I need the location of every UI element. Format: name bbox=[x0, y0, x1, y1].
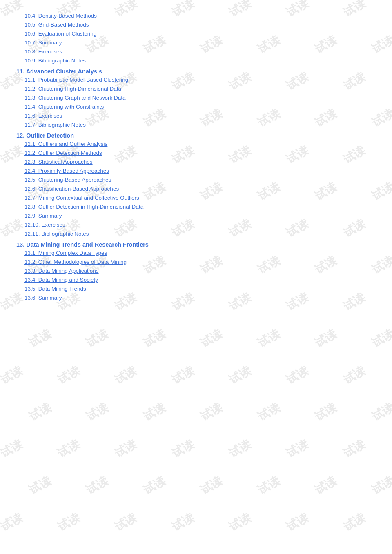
toc-link-12_3[interactable]: 12.3. Statistical Approaches bbox=[24, 159, 93, 165]
watermark-text: 试读 bbox=[26, 326, 53, 351]
watermark-text: 试读 bbox=[169, 436, 196, 461]
watermark-text: 试读 bbox=[198, 400, 225, 425]
toc-link-12_9[interactable]: 12.9. Summary bbox=[24, 213, 62, 219]
watermark-text: 试读 bbox=[341, 510, 368, 535]
toc-link-10_6[interactable]: 10.6. Evaluation of Clustering bbox=[24, 31, 96, 37]
watermark-text: 试读 bbox=[312, 473, 339, 498]
toc-item-11: 11. Advanced Cluster Analysis bbox=[16, 68, 376, 76]
toc-item-13_6: 13.6. Summary bbox=[16, 294, 376, 302]
watermark-text: 试读 bbox=[226, 510, 254, 535]
toc-list: 10.4. Density-Based Methods10.5. Grid-Ba… bbox=[16, 12, 376, 302]
toc-link-12_8[interactable]: 12.8. Outlier Detection in High-Dimensio… bbox=[24, 204, 143, 210]
watermark-text: 试读 bbox=[0, 436, 25, 461]
toc-link-10_5[interactable]: 10.5. Grid-Based Methods bbox=[24, 22, 89, 28]
toc-item-12_2: 12.2. Outlier Detection Methods bbox=[16, 149, 376, 157]
watermark-text: 试读 bbox=[198, 326, 225, 351]
toc-link-11_7[interactable]: 11.7. Bibliographic Notes bbox=[24, 122, 86, 128]
toc-item-12_1: 12.1. Outliers and Outlier Analysis bbox=[16, 140, 376, 148]
toc-item-11_6: 11.6. Exercises bbox=[16, 112, 376, 120]
watermark-text: 试读 bbox=[283, 510, 311, 535]
watermark-text: 试读 bbox=[140, 400, 168, 425]
toc-link-11[interactable]: 11. Advanced Cluster Analysis bbox=[16, 68, 102, 75]
toc-link-13_1[interactable]: 13.1. Mining Complex Data Types bbox=[24, 250, 107, 256]
watermark-text: 试读 bbox=[226, 363, 254, 388]
watermark-text: 试读 bbox=[341, 363, 368, 388]
watermark-text: 试读 bbox=[0, 363, 25, 388]
watermark-text: 试读 bbox=[55, 510, 82, 535]
toc-link-13_2[interactable]: 13.2. Other Methodologies of Data Mining bbox=[24, 259, 127, 265]
watermark-text: 试读 bbox=[283, 436, 311, 461]
toc-link-11_1[interactable]: 11.1. Probabilistic Model-Based Clusteri… bbox=[24, 77, 128, 83]
toc-item-13_5: 13.5. Data Mining Trends bbox=[16, 285, 376, 293]
watermark-text: 试读 bbox=[140, 326, 168, 351]
watermark-text: 试读 bbox=[112, 436, 139, 461]
watermark-text: 试读 bbox=[255, 400, 282, 425]
toc-item-12_11: 12.11. Bibliographic Notes bbox=[16, 230, 376, 238]
watermark-text: 试读 bbox=[0, 510, 25, 535]
toc-item-12_10: 12.10. Exercises bbox=[16, 221, 376, 229]
toc-link-10_8[interactable]: 10.8. Exercises bbox=[24, 49, 62, 55]
toc-link-12_7[interactable]: 12.7. Mining Contextual and Collective O… bbox=[24, 195, 139, 201]
watermark-text: 试读 bbox=[226, 436, 254, 461]
toc-item-13_2: 13.2. Other Methodologies of Data Mining bbox=[16, 258, 376, 266]
watermark-text: 试读 bbox=[26, 473, 53, 498]
toc-link-13_6[interactable]: 13.6. Summary bbox=[24, 295, 62, 301]
watermark-text: 试读 bbox=[169, 510, 196, 535]
watermark-text: 试读 bbox=[140, 473, 168, 498]
toc-link-11_2[interactable]: 11.2. Clustering High-Dimensional Data bbox=[24, 86, 121, 92]
toc-link-12_1[interactable]: 12.1. Outliers and Outlier Analysis bbox=[24, 141, 107, 147]
watermark-text: 试读 bbox=[312, 326, 339, 351]
toc-link-10_7[interactable]: 10.7. Summary bbox=[24, 40, 62, 46]
toc-item-12_6: 12.6. Classification-Based Approaches bbox=[16, 185, 376, 193]
toc-link-10_4[interactable]: 10.4. Density-Based Methods bbox=[24, 13, 97, 19]
toc-link-11_4[interactable]: 11.4. Clustering with Constraints bbox=[24, 104, 104, 110]
toc-link-12_10[interactable]: 12.10. Exercises bbox=[24, 222, 65, 228]
watermark-text: 试读 bbox=[83, 326, 111, 351]
watermark-text: 试读 bbox=[369, 326, 392, 351]
toc-item-12_8: 12.8. Outlier Detection in High-Dimensio… bbox=[16, 203, 376, 211]
watermark-text: 试读 bbox=[369, 473, 392, 498]
watermark-text: 试读 bbox=[55, 436, 82, 461]
toc-item-13_1: 13.1. Mining Complex Data Types bbox=[16, 249, 376, 257]
toc-item-10_8: 10.8. Exercises bbox=[16, 48, 376, 56]
toc-content: 10.4. Density-Based Methods10.5. Grid-Ba… bbox=[0, 0, 392, 316]
toc-link-11_6[interactable]: 11.6. Exercises bbox=[24, 113, 62, 119]
toc-link-10_9[interactable]: 10.9. Bibliographic Notes bbox=[24, 58, 86, 64]
toc-item-11_4: 11.4. Clustering with Constraints bbox=[16, 103, 376, 111]
toc-item-11_3: 11.3. Clustering Graph and Network Data bbox=[16, 94, 376, 102]
toc-link-12_4[interactable]: 12.4. Proximity-Based Approaches bbox=[24, 168, 109, 174]
toc-item-12_3: 12.3. Statistical Approaches bbox=[16, 158, 376, 166]
toc-link-12_2[interactable]: 12.2. Outlier Detection Methods bbox=[24, 150, 102, 156]
watermark-text: 试读 bbox=[369, 400, 392, 425]
toc-item-12_5: 12.5. Clustering-Based Approaches bbox=[16, 176, 376, 184]
toc-item-12_4: 12.4. Proximity-Based Approaches bbox=[16, 167, 376, 175]
toc-link-12_6[interactable]: 12.6. Classification-Based Approaches bbox=[24, 186, 119, 192]
toc-item-11_1: 11.1. Probabilistic Model-Based Clusteri… bbox=[16, 76, 376, 84]
toc-link-13_3[interactable]: 13.3. Data Mining Applications bbox=[24, 268, 99, 274]
toc-item-12: 12. Outlier Detection bbox=[16, 132, 376, 140]
toc-item-10_7: 10.7. Summary bbox=[16, 39, 376, 47]
toc-item-13_3: 13.3. Data Mining Applications bbox=[16, 267, 376, 275]
toc-item-11_7: 11.7. Bibliographic Notes bbox=[16, 121, 376, 129]
watermark-text: 试读 bbox=[112, 363, 139, 388]
toc-item-10_4: 10.4. Density-Based Methods bbox=[16, 12, 376, 20]
watermark-text: 试读 bbox=[83, 473, 111, 498]
watermark-text: 试读 bbox=[55, 363, 82, 388]
toc-item-12_9: 12.9. Summary bbox=[16, 212, 376, 220]
watermark-text: 试读 bbox=[26, 400, 53, 425]
toc-link-12_5[interactable]: 12.5. Clustering-Based Approaches bbox=[24, 177, 111, 183]
toc-link-13_4[interactable]: 13.4. Data Mining and Society bbox=[24, 277, 98, 283]
toc-item-12_7: 12.7. Mining Contextual and Collective O… bbox=[16, 194, 376, 202]
watermark-text: 试读 bbox=[255, 473, 282, 498]
watermark-text: 试读 bbox=[312, 400, 339, 425]
toc-link-12[interactable]: 12. Outlier Detection bbox=[16, 132, 74, 139]
toc-link-13[interactable]: 13. Data Mining Trends and Research Fron… bbox=[16, 241, 149, 248]
toc-item-13_4: 13.4. Data Mining and Society bbox=[16, 276, 376, 284]
toc-link-11_3[interactable]: 11.3. Clustering Graph and Network Data bbox=[24, 95, 126, 101]
toc-item-13: 13. Data Mining Trends and Research Fron… bbox=[16, 241, 376, 249]
toc-item-10_6: 10.6. Evaluation of Clustering bbox=[16, 30, 376, 38]
toc-item-10_9: 10.9. Bibliographic Notes bbox=[16, 57, 376, 65]
toc-link-12_11[interactable]: 12.11. Bibliographic Notes bbox=[24, 231, 89, 237]
watermark-text: 试读 bbox=[169, 363, 196, 388]
toc-link-13_5[interactable]: 13.5. Data Mining Trends bbox=[24, 286, 86, 292]
